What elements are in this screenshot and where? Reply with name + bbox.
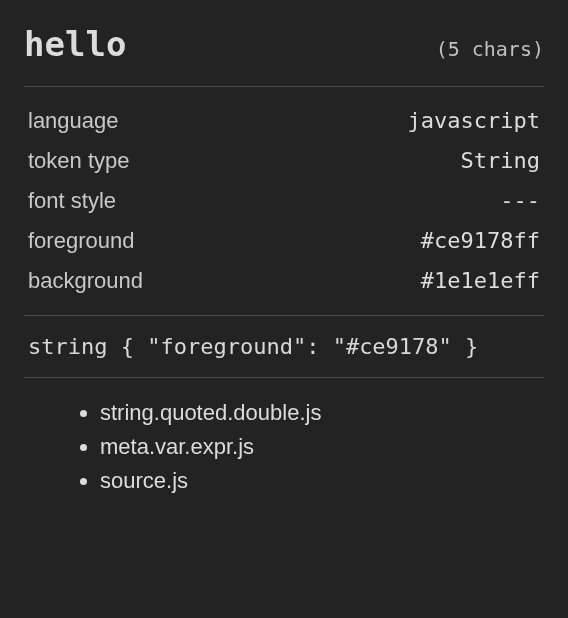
token-header: hello (5 chars) bbox=[24, 24, 544, 86]
scope-item: source.js bbox=[100, 464, 540, 498]
theme-rule-text: string { "foreground": "#ce9178" } bbox=[28, 334, 478, 359]
scope-item: string.quoted.double.js bbox=[100, 396, 540, 430]
property-label: foreground bbox=[28, 228, 134, 254]
scope-item: meta.var.expr.js bbox=[100, 430, 540, 464]
property-label: language bbox=[28, 108, 119, 134]
property-value: #ce9178ff bbox=[421, 228, 540, 253]
property-value: --- bbox=[500, 188, 540, 213]
property-value: String bbox=[461, 148, 540, 173]
property-row-background: background #1e1e1eff bbox=[24, 261, 544, 301]
property-label: background bbox=[28, 268, 143, 294]
property-label: token type bbox=[28, 148, 130, 174]
property-row-font-style: font style --- bbox=[24, 181, 544, 221]
theme-rule-section: string { "foreground": "#ce9178" } bbox=[24, 316, 544, 377]
property-label: font style bbox=[28, 188, 116, 214]
token-text: hello bbox=[24, 24, 126, 64]
property-row-token-type: token type String bbox=[24, 141, 544, 181]
property-row-language: language javascript bbox=[24, 101, 544, 141]
properties-table: language javascript token type String fo… bbox=[24, 87, 544, 315]
property-row-foreground: foreground #ce9178ff bbox=[24, 221, 544, 261]
property-value: #1e1e1eff bbox=[421, 268, 540, 293]
property-value: javascript bbox=[408, 108, 540, 133]
scopes-list: string.quoted.double.js meta.var.expr.js… bbox=[24, 378, 544, 498]
char-count: (5 chars) bbox=[436, 37, 544, 61]
